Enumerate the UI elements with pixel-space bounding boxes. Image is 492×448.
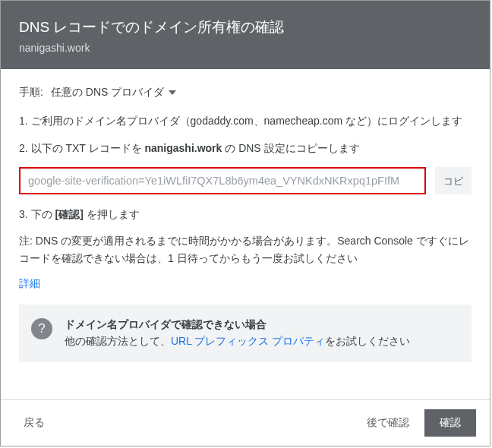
provider-row: 手順: 任意の DNS プロバイダ <box>19 86 472 99</box>
domain-name: nanigashi.work <box>19 42 472 54</box>
info-text: ドメイン名プロバイダで確認できない場合 他の確認方法として、URL プレフィック… <box>65 317 410 349</box>
chevron-down-icon <box>169 90 176 95</box>
info-body: 他の確認方法として、URL プレフィックス プロパティをお試しください <box>65 333 410 349</box>
instruction-step-3: 3. 下の [確認] を押します <box>19 208 472 222</box>
copy-button[interactable]: コピ <box>435 167 472 194</box>
txt-record-row: google-site-verification=Ye1iWLfiI7QX7L8… <box>19 167 472 194</box>
url-prefix-link[interactable]: URL プレフィックス プロパティ <box>171 335 325 347</box>
instruction-step-1: 1. ご利用のドメイン名プロバイダ（godaddy.com、namecheap.… <box>19 113 472 130</box>
question-icon: ? <box>31 318 52 339</box>
ownership-verify-dialog: DNS レコードでのドメイン所有権の確認 nanigashi.work 手順: … <box>0 0 490 446</box>
provider-label: 任意の DNS プロバイダ <box>51 86 164 99</box>
info-panel: ? ドメイン名プロバイダで確認できない場合 他の確認方法として、URL プレフィ… <box>19 304 472 361</box>
provider-dropdown[interactable]: 任意の DNS プロバイダ <box>51 86 176 99</box>
steps-label: 手順: <box>19 86 43 99</box>
instruction-list: 1. ご利用のドメイン名プロバイダ（godaddy.com、namecheap.… <box>19 113 472 156</box>
back-button[interactable]: 戻る <box>14 410 54 436</box>
txt-record-value[interactable]: google-site-verification=Ye1iWLfiI7QX7L8… <box>19 167 426 194</box>
dialog-header: DNS レコードでのドメイン所有権の確認 nanigashi.work <box>1 1 490 69</box>
dialog-footer: 戻る 後で確認 確認 <box>1 399 490 446</box>
dialog-title: DNS レコードでのドメイン所有権の確認 <box>19 17 472 37</box>
info-title: ドメイン名プロバイダで確認できない場合 <box>65 317 410 333</box>
dialog-content: 手順: 任意の DNS プロバイダ 1. ご利用のドメイン名プロバイダ（goda… <box>1 69 490 399</box>
verify-later-button[interactable]: 後で確認 <box>358 410 418 436</box>
verify-button[interactable]: 確認 <box>424 409 476 437</box>
instruction-step-2: 2. 以下の TXT レコードを nanigashi.work の DNS 設定… <box>19 140 472 157</box>
details-link[interactable]: 詳細 <box>19 277 40 289</box>
dns-delay-note: 注: DNS の変更が適用されるまでに時間がかかる場合があります。Search … <box>19 232 472 267</box>
